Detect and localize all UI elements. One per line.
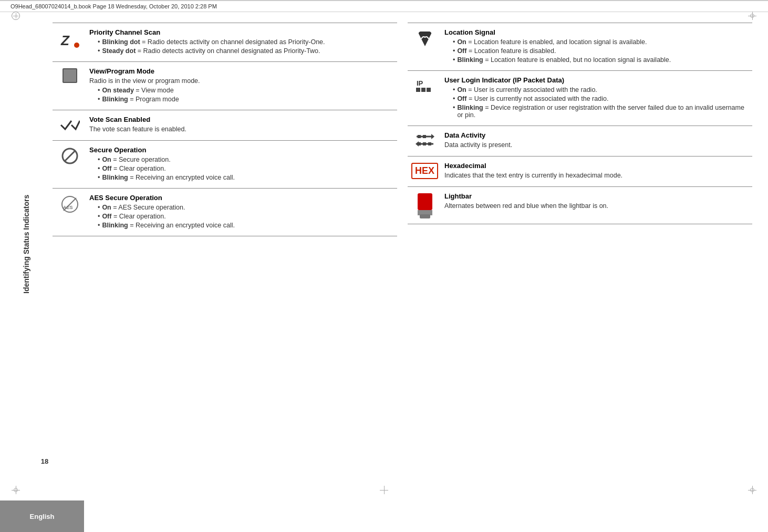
file-info: O9Head_68007024014_b.book Page 18 Wednes… bbox=[11, 3, 217, 9]
footer-language: English bbox=[0, 500, 84, 532]
row-vote-scan-enabled: Vote Scan Enabled The vote scan feature … bbox=[53, 110, 397, 141]
icon-cell-secure bbox=[55, 146, 84, 165]
icon-cell-aes: AES bbox=[55, 194, 84, 214]
bullet-location-off: Off = Location feature is disabled. bbox=[449, 47, 750, 55]
row-hexadecimal: HEX Hexadecimal Indicates that the text … bbox=[408, 157, 752, 187]
title-data-activity: Data Activity bbox=[444, 131, 750, 139]
svg-rect-15 bbox=[418, 135, 421, 138]
text-location-signal: Location Signal On = Location feature is… bbox=[444, 28, 750, 65]
user-login-icon: IP bbox=[415, 77, 435, 97]
svg-rect-16 bbox=[423, 135, 426, 138]
svg-marker-12 bbox=[431, 134, 434, 139]
svg-rect-17 bbox=[418, 142, 421, 145]
svg-rect-20 bbox=[418, 193, 432, 210]
svg-rect-8 bbox=[416, 88, 420, 92]
text-data-activity: Data Activity Data activity is present. bbox=[444, 131, 750, 151]
bullet-priority-steady: Steady dot = Radio detects activity on c… bbox=[94, 47, 395, 55]
svg-rect-10 bbox=[427, 88, 431, 92]
row-aes-secure-operation: AES AES Secure Operation On = AES Secure… bbox=[53, 189, 397, 236]
content-columns: Z Priority Channel Scan Blinking dot = R… bbox=[53, 23, 752, 465]
row-priority-channel-scan: Z Priority Channel Scan Blinking dot = R… bbox=[53, 23, 397, 62]
title-lightbar: Lightbar bbox=[444, 192, 750, 200]
bullet-view-on-steady: On steady = View mode bbox=[94, 87, 395, 94]
subtitle-data-activity: Data activity is present. bbox=[444, 141, 750, 149]
priority-scan-icon: Z bbox=[59, 29, 81, 51]
title-priority-channel-scan: Priority Channel Scan bbox=[89, 28, 395, 36]
icon-cell-priority: Z bbox=[55, 28, 84, 51]
text-user-login-indicator: User Login Indicator (IP Packet Data) On… bbox=[444, 76, 750, 120]
bullet-priority-blinking: Blinking dot = Radio detects activity on… bbox=[94, 38, 395, 46]
svg-text:Z: Z bbox=[60, 33, 70, 48]
bullet-secure-off: Off = Clear operation. bbox=[94, 165, 395, 172]
svg-rect-22 bbox=[420, 214, 430, 218]
subtitle-vote-scan-enabled: The vote scan feature is enabled. bbox=[89, 126, 395, 133]
icon-cell-data-activity bbox=[410, 131, 439, 148]
bullet-ip-off: Off = User is currently not associated w… bbox=[449, 95, 750, 102]
svg-rect-9 bbox=[421, 88, 425, 92]
bullet-location-blinking: Blinking = Location feature is enabled, … bbox=[449, 56, 750, 64]
svg-rect-19 bbox=[428, 142, 431, 145]
text-view-program-mode: View/Program Mode Radio is in the view o… bbox=[89, 67, 395, 105]
title-hexadecimal: Hexadecimal bbox=[444, 162, 750, 170]
page-number: 18 bbox=[37, 23, 53, 465]
text-priority-channel-scan: Priority Channel Scan Blinking dot = Rad… bbox=[89, 28, 395, 56]
bullet-location-on: On = Location feature is enabled, and lo… bbox=[449, 38, 750, 46]
row-data-activity: Data Activity Data activity is present. bbox=[408, 126, 752, 157]
row-location-signal: Location Signal On = Location feature is… bbox=[408, 23, 752, 71]
row-secure-operation: Secure Operation On = Secure operation. … bbox=[53, 141, 397, 189]
title-secure-operation: Secure Operation bbox=[89, 146, 395, 154]
secure-operation-icon bbox=[61, 147, 79, 165]
data-activity-icon bbox=[416, 132, 434, 148]
bullet-view-blinking: Blinking = Program mode bbox=[94, 96, 395, 103]
header-bar: O9Head_68007024014_b.book Page 18 Wednes… bbox=[0, 0, 768, 12]
subtitle-hexadecimal: Indicates that the text entry is current… bbox=[444, 172, 750, 179]
left-column: Z Priority Channel Scan Blinking dot = R… bbox=[53, 23, 397, 465]
bullet-ip-on: On = User is currently associated with t… bbox=[449, 86, 750, 93]
icon-cell-lightbar bbox=[410, 192, 439, 218]
icon-cell-hex: HEX bbox=[410, 162, 439, 179]
bullet-aes-off: Off = Clear operation. bbox=[94, 213, 395, 220]
svg-text:IP: IP bbox=[417, 79, 423, 87]
vote-scan-icon bbox=[60, 117, 80, 133]
bullet-aes-on: On = AES Secure operation. bbox=[94, 204, 395, 211]
row-lightbar: Lightbar Alternates between red and blue… bbox=[408, 187, 752, 224]
bullet-secure-blinking: Blinking = Receiving an encrypted voice … bbox=[94, 174, 395, 181]
icon-cell-vote-scan bbox=[55, 116, 84, 133]
lightbar-icon bbox=[416, 193, 434, 218]
right-column: Location Signal On = Location feature is… bbox=[408, 23, 752, 465]
text-vote-scan-enabled: Vote Scan Enabled The vote scan feature … bbox=[89, 116, 395, 135]
bullet-aes-blinking: Blinking = Receiving an encrypted voice … bbox=[94, 222, 395, 229]
location-signal-icon bbox=[415, 29, 435, 48]
main-content: Identifying Status Indicators 18 Z Prior… bbox=[0, 12, 768, 476]
footer: English bbox=[0, 500, 768, 532]
text-secure-operation: Secure Operation On = Secure operation. … bbox=[89, 146, 395, 183]
view-program-icon bbox=[63, 68, 77, 83]
title-vote-scan-enabled: Vote Scan Enabled bbox=[89, 116, 395, 123]
icon-cell-view-program bbox=[55, 67, 84, 83]
icon-cell-ip: IP bbox=[410, 76, 439, 97]
title-location-signal: Location Signal bbox=[444, 28, 750, 36]
title-aes-secure-operation: AES Secure Operation bbox=[89, 194, 395, 202]
text-aes-secure-operation: AES Secure Operation On = AES Secure ope… bbox=[89, 194, 395, 231]
hex-icon: HEX bbox=[411, 163, 438, 179]
bullet-ip-blinking: Blinking = Device registration or user r… bbox=[449, 104, 750, 119]
title-view-program-mode: View/Program Mode bbox=[89, 67, 395, 75]
title-user-login-indicator: User Login Indicator (IP Packet Data) bbox=[444, 76, 750, 84]
sidebar-label: Identifying Status Indicators bbox=[16, 23, 37, 465]
text-hexadecimal: Hexadecimal Indicates that the text entr… bbox=[444, 162, 750, 181]
svg-text:AES: AES bbox=[63, 205, 73, 210]
row-view-program-mode: View/Program Mode Radio is in the view o… bbox=[53, 62, 397, 110]
subtitle-view-program-mode: Radio is in the view or program mode. bbox=[89, 77, 395, 85]
icon-cell-location bbox=[410, 28, 439, 48]
svg-line-3 bbox=[65, 151, 75, 161]
row-user-login-indicator: IP User Login Indicator (IP Packet Data)… bbox=[408, 71, 752, 126]
aes-secure-icon: AES bbox=[60, 195, 79, 214]
svg-rect-18 bbox=[423, 142, 426, 145]
bullet-secure-on: On = Secure operation. bbox=[94, 156, 395, 163]
text-lightbar: Lightbar Alternates between red and blue… bbox=[444, 192, 750, 212]
svg-point-1 bbox=[74, 43, 79, 48]
subtitle-lightbar: Alternates between red and blue when the… bbox=[444, 202, 750, 210]
